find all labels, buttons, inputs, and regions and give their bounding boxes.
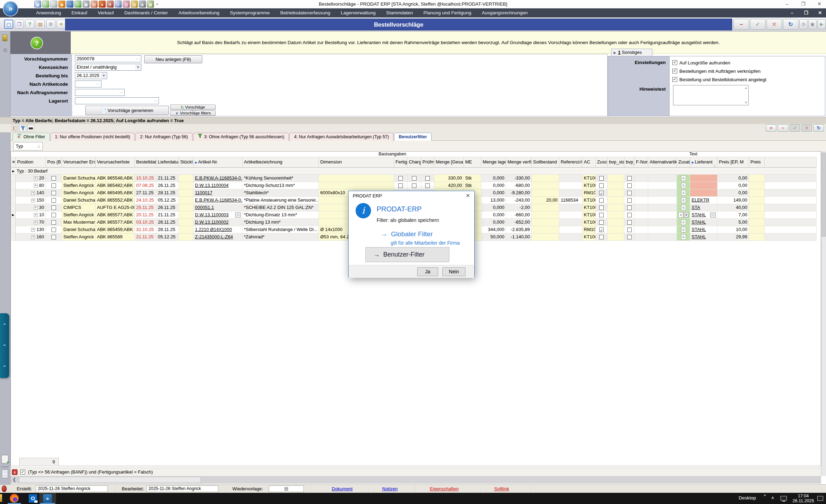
help-icon[interactable]: ? [30,37,43,49]
grid-cell-alt[interactable] [648,219,677,226]
close-icon[interactable]: ✕ [816,0,822,8]
grid-cell-bvpn[interactable] [624,204,635,211]
refresh-button[interactable]: ↻ [783,19,798,30]
grid-cell-mverf[interactable]: -680,00 [506,182,532,189]
grid-cell-zusatz[interactable]: a▼ [677,211,690,219]
grid-cell-verursacher[interactable]: Steffen Angrick [62,189,96,197]
chevron-icon[interactable]: » [764,493,766,497]
grid-cell-posb[interactable] [46,189,62,197]
lieferant-link[interactable]: ELEKTR [692,197,709,204]
grid-cell-pos[interactable]: +150 [16,197,46,204]
firefox-icon[interactable] [10,494,19,503]
grid-cell-preis[interactable]: 5,00 [718,219,749,226]
grid-cell-mlager[interactable]: 0,000 [481,175,506,182]
grid-cell-zusatz[interactable]: a [677,226,690,233]
grid-cell-preis[interactable]: 40,00 [718,204,749,211]
zuschn-checkbox[interactable] [599,220,604,225]
menu-item-systemprogramme[interactable]: Systemprogramme [225,8,275,18]
grid-cell-mlager[interactable]: 0,000 [481,219,506,226]
pruefm-checkbox[interactable] [425,183,430,188]
grid-cell-zuschn[interactable] [596,197,608,204]
column-header-stueckl[interactable]: Stückl. [179,157,194,168]
zuschn-checkbox[interactable] [599,227,604,232]
grid-cell-referenz[interactable] [559,182,582,189]
grid-cell-posb[interactable] [46,204,62,211]
grid-cell-sollbest[interactable]: 20,00 [532,197,559,204]
column-header-pruefm[interactable]: Prüfm [421,157,434,168]
grid-cell-bvpn[interactable] [624,219,635,226]
grid-cell-bez[interactable]: *Kühlung Sensoreinheit* [243,175,319,182]
grid-cell-referenz[interactable] [559,204,582,211]
statusbar-link-softlink[interactable]: Softlink [494,486,509,491]
grid-cell-zuschn[interactable] [596,233,608,241]
grid-cell-lief[interactable]: STAHL [690,226,718,233]
grid-cell-ac[interactable]: RM1001 [582,226,596,233]
vscroll-thumb[interactable] [822,153,826,237]
grid-cell-liefer[interactable]: 28.11.25 [156,189,179,197]
grid-cell-bvps[interactable] [608,211,624,219]
grid-cell-preis2[interactable] [749,197,765,204]
grid-cell-referenz[interactable] [559,233,582,241]
bestellung-und-bestelldokument-angelegt-checkbox[interactable] [672,77,677,82]
zuschn-checkbox[interactable] [599,191,604,195]
grid-cell-alt[interactable] [648,197,677,204]
grid-cell-pos[interactable]: +140 [16,189,46,197]
filter-tab-3-ohne-anfragen-typ-56-ausschliessen[interactable]: 3: Ohne Anfragen (Typ 56 ausschliessen) [193,133,289,141]
column-header-ac[interactable]: AC [582,157,596,168]
grid-cell-zusatz[interactable]: a [677,182,690,189]
grid-cell-lief[interactable] [690,175,718,182]
column-header-lief[interactable]: ▶Lieferant△ [690,157,718,168]
expand-icon[interactable]: + [31,228,35,232]
grid-cell-fnorm[interactable] [635,189,648,197]
grid-cell-artikel[interactable]: E.B.PKW.A-1168534-0... [194,197,243,204]
grid-cell-referenz[interactable] [559,189,582,197]
wiedervorlage-field[interactable]: ▤ [269,485,304,492]
grid-cell-bez[interactable]: *Stahlblech* [243,189,319,197]
grid-cell-me[interactable]: Stk [464,175,481,182]
tab-sonstiges[interactable]: ▶1 Sonstiges [611,49,652,56]
ellipsis-button[interactable]: ⋯ [235,212,241,218]
grid-cell-men[interactable]: 330,00 [434,175,464,182]
grid-cell-artikel[interactable]: 1.2210 Ø14X1000 [194,226,243,233]
grid-cell-ac[interactable]: KT1001 [582,204,596,211]
column-header-pos[interactable]: Position [16,157,46,168]
grid-cell-fnorm[interactable] [635,204,648,211]
grid-cell-verursacher[interactable]: Max Mustermann ... [62,219,96,226]
grid-cell-bestell[interactable]: 03.10.25 [135,219,156,226]
fert-checkbox[interactable] [398,183,403,188]
grid-cell-bez[interactable]: *Silberstahl Rundstange / Welle DI... [243,226,319,233]
zuschn-checkbox[interactable] [599,213,604,217]
grid-cell-fnorm[interactable] [635,197,648,204]
grid-cell-mverf[interactable]: -330,00 [506,175,532,182]
column-header-bvpn[interactable]: bvp_no [624,157,635,168]
filter-tab-4-nur-anfragen-auswärtsbearbeitungen-typ-57[interactable]: 4: Nur Anfragen Auswärtsbearbeitungen (T… [289,133,393,141]
add-row-button[interactable]: + [766,124,776,132]
grid-cell-mlager[interactable]: 344,000 [481,226,506,233]
list-icon[interactable] [2,470,8,478]
grid-cell-preis[interactable]: 0,00 [718,182,749,189]
column-header-me[interactable]: ME [464,157,481,168]
grid-cell-bvps[interactable] [608,233,624,241]
column-header-preis2[interactable]: Preis [749,157,765,168]
desktop-toolbar[interactable]: Desktop [738,495,756,500]
grid-cell-pruefm[interactable] [421,182,434,189]
grid-cell-bvps[interactable] [608,219,624,226]
grid-cell-referenz[interactable] [559,219,582,226]
grid-cell-posb[interactable] [46,233,62,241]
grid-cell-artikel[interactable]: D.W.13.1100003⋯ [194,211,243,219]
posb-checkbox[interactable] [51,205,56,210]
grid-cell-posb[interactable] [46,175,62,182]
grid-cell-liefer[interactable]: 26.11.25 [156,204,179,211]
window-icon[interactable]: ▢ [4,20,13,29]
grid-cell-bez[interactable]: *Dichtung-Schutz13 mm* [243,182,319,189]
copy-icon[interactable]: ❐ [15,20,24,29]
grid-cell-liste[interactable]: ABK 865577;ABK 8... [96,219,135,226]
nach-auftragsnummer-input[interactable]: ⋯ [75,89,125,96]
grid-cell-preis[interactable]: 0,00 [718,175,749,182]
expand-icon[interactable]: + [34,213,38,217]
grid-cell-artikel[interactable]: 1100017 [194,189,243,197]
grid-cell-zusatz[interactable]: a [677,219,690,226]
grid-cell-artikel[interactable]: E.B.PKW.A-1168534-0... [194,175,243,182]
grid-cell-bestell[interactable]: 21.11.25 [135,233,156,241]
grid-cell-liefer[interactable]: 05.12.25 [156,233,179,241]
